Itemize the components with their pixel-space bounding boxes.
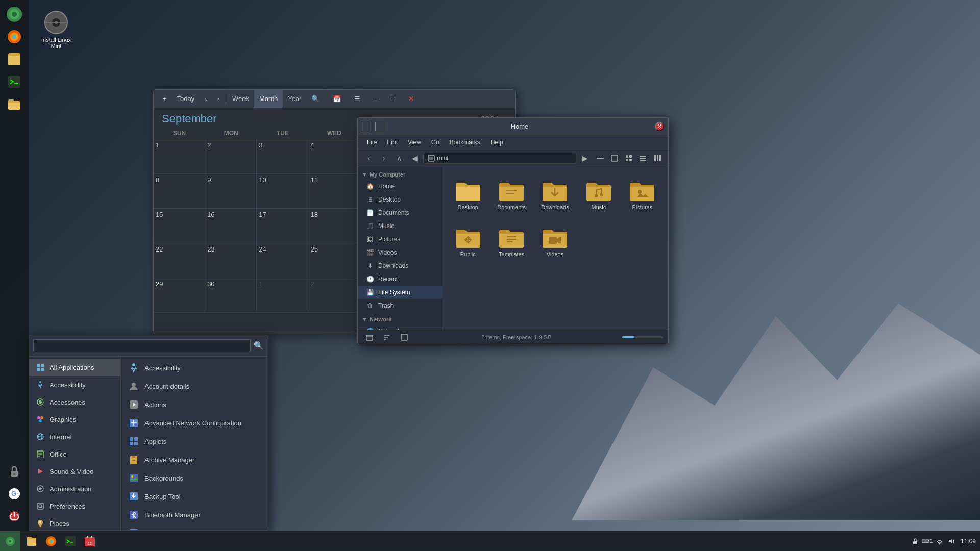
fm-menu-file[interactable]: File [362, 137, 382, 148]
cal-next-button[interactable]: › [212, 90, 225, 108]
category-internet[interactable]: Internet [29, 428, 120, 445]
cal-cell-sep4[interactable]: 4 [308, 139, 360, 174]
fm-sidebar-recent[interactable]: 🕐 Recent [358, 272, 442, 286]
folder-item-desktop[interactable]: Desktop [450, 176, 485, 214]
cal-search-button[interactable]: 🔍 [306, 90, 325, 108]
dock-item-google[interactable]: G [4, 484, 24, 504]
cal-cell-sep23[interactable]: 23 [205, 243, 257, 278]
cal-cell-sep18[interactable]: 18 [308, 209, 360, 243]
fm-menu-edit[interactable]: Edit [382, 137, 403, 148]
fm-sidebar-trash[interactable]: 🗑 Trash [358, 299, 442, 312]
folder-item-public[interactable]: Public [450, 222, 485, 261]
cal-maximize-button[interactable]: □ [386, 90, 400, 108]
app-menu-search-input[interactable] [33, 339, 251, 352]
cal-today-button[interactable]: Today [172, 90, 200, 108]
fm-breadcrumb-back[interactable]: ◀ [408, 152, 421, 165]
fm-zoom-fit-button[interactable] [608, 152, 621, 165]
fm-status-new-folder[interactable] [363, 331, 376, 344]
fm-section-header-network[interactable]: ▼ Network [358, 314, 442, 324]
app-item-boot-repair[interactable]: Boot Repair [121, 524, 268, 530]
desktop-icon-install[interactable]: Install Linux Mint [36, 10, 77, 49]
cal-cell-sep25[interactable]: 25 [308, 243, 360, 278]
tray-network-icon[interactable] [935, 537, 944, 546]
category-places[interactable]: Places [29, 515, 120, 530]
folder-item-videos[interactable]: Videos [537, 222, 573, 261]
fm-sidebar-downloads[interactable]: ⬇ Downloads [358, 259, 442, 272]
fm-forward-button[interactable]: › [377, 152, 390, 165]
category-accessories[interactable]: Accessories [29, 393, 120, 411]
cal-cell-sep17[interactable]: 17 [257, 209, 308, 243]
fm-sidebar-documents[interactable]: 📄 Documents [358, 206, 442, 219]
taskbar-app-firefox[interactable] [42, 532, 60, 550]
fm-sidebar-desktop[interactable]: 🖥 Desktop [358, 193, 442, 206]
category-administration[interactable]: Administration [29, 480, 120, 497]
folder-item-downloads[interactable]: Downloads [537, 176, 573, 214]
fm-sidebar-home[interactable]: 🏠 Home [358, 180, 442, 193]
fm-icon-view-button[interactable] [622, 152, 635, 165]
folder-item-pictures[interactable]: Pictures [625, 176, 660, 214]
cal-close-button[interactable]: ✕ [403, 90, 419, 108]
fm-status-sort[interactable] [380, 331, 394, 344]
taskbar-app-terminal[interactable] [61, 532, 80, 550]
dock-item-lock[interactable] [4, 461, 24, 482]
taskbar-start-button[interactable] [0, 531, 20, 552]
fm-sidebar-filesystem[interactable]: 💾 File System [358, 286, 442, 299]
category-graphics[interactable]: Graphics [29, 411, 120, 428]
category-accessibility[interactable]: Accessibility [29, 376, 120, 393]
cal-week-button[interactable]: Week [227, 90, 254, 108]
taskbar-app-files[interactable] [22, 532, 41, 550]
category-office[interactable]: Office [29, 445, 120, 463]
fm-maximize-button[interactable] [375, 122, 384, 131]
cal-year-button[interactable]: Year [283, 90, 306, 108]
dock-item-terminal[interactable] [4, 71, 24, 92]
app-item-archive-manager[interactable]: Archive Manager [121, 450, 268, 469]
tray-lock-icon[interactable] [911, 537, 920, 546]
dock-item-files[interactable] [4, 49, 24, 69]
cal-add-button[interactable]: + [158, 90, 172, 108]
app-item-backgrounds[interactable]: Backgrounds [121, 469, 268, 487]
fm-menu-help[interactable]: Help [485, 137, 508, 148]
cal-cell-sep30[interactable]: 30 [205, 278, 257, 313]
app-item-bluetooth[interactable]: Bluetooth Manager [121, 506, 268, 524]
cal-cell-sep22[interactable]: 22 [154, 243, 205, 278]
fm-sidebar-videos[interactable]: 🎬 Videos [358, 246, 442, 259]
category-all-applications[interactable]: All Applications [29, 359, 120, 376]
taskbar-app-calendar[interactable]: 12 [81, 532, 99, 550]
fm-sidebar-pictures[interactable]: 🖼 Pictures [358, 233, 442, 246]
fm-sidebar-music[interactable]: 🎵 Music [358, 219, 442, 233]
cal-cell-sep16[interactable]: 16 [205, 209, 257, 243]
cal-cell-sep24[interactable]: 24 [257, 243, 308, 278]
dock-item-firefox[interactable] [4, 27, 24, 47]
cal-minimize-button[interactable]: – [369, 90, 382, 108]
dock-item-power[interactable] [4, 506, 24, 527]
category-sound-video[interactable]: Sound & Video [29, 463, 120, 480]
cal-prev-button[interactable]: ‹ [200, 90, 212, 108]
fm-up-button[interactable]: ∧ [393, 152, 406, 165]
cal-cell-sep9[interactable]: 9 [205, 174, 257, 209]
app-item-account-details[interactable]: Account details [121, 377, 268, 395]
cal-cell-sep2[interactable]: 2 [205, 139, 257, 174]
fm-column-view-button[interactable] [651, 152, 664, 165]
folder-item-documents[interactable]: Documents [494, 176, 529, 214]
cal-cell-sep11[interactable]: 11 [308, 174, 360, 209]
fm-menu-bookmarks[interactable]: Bookmarks [445, 137, 485, 148]
fm-breadcrumb-forward[interactable]: ▶ [578, 152, 592, 165]
cal-month-button[interactable]: Month [254, 90, 283, 108]
cal-menu-button[interactable]: ☰ [349, 90, 365, 108]
app-item-advanced-network[interactable]: Advanced Network Configuration [121, 414, 268, 432]
fm-list-view-button[interactable] [636, 152, 650, 165]
folder-item-music[interactable]: Music [581, 176, 616, 214]
cal-cell-sep15[interactable]: 15 [154, 209, 205, 243]
cal-cell-sep10[interactable]: 10 [257, 174, 308, 209]
dock-item-folder-yellow[interactable] [4, 94, 24, 114]
cal-cell-sep8[interactable]: 8 [154, 174, 205, 209]
folder-item-templates[interactable]: Templates [494, 222, 529, 261]
fm-close-button[interactable]: ✕ [655, 122, 664, 131]
category-preferences[interactable]: Preferences [29, 497, 120, 515]
cal-cell-oct1[interactable]: 1 [257, 278, 308, 313]
fm-back-button[interactable]: ‹ [362, 152, 375, 165]
fm-zoom-out-button[interactable] [594, 152, 607, 165]
fm-menu-go[interactable]: Go [426, 137, 445, 148]
cal-cell-oct2[interactable]: 2 [308, 278, 360, 313]
app-item-backup-tool[interactable]: Backup Tool [121, 487, 268, 506]
